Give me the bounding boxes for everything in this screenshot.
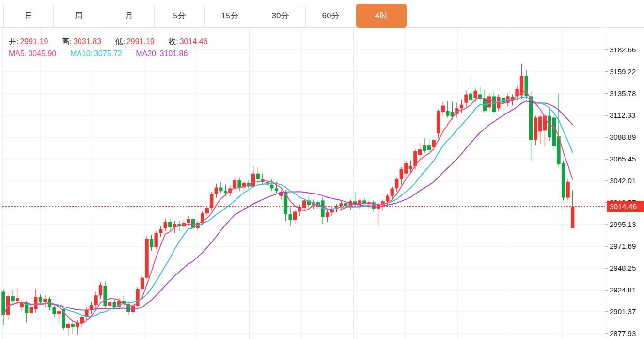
svg-text:2877.93: 2877.93 <box>610 329 636 338</box>
tab-5分[interactable]: 5分 <box>155 4 205 27</box>
tab-15分[interactable]: 15分 <box>205 4 255 27</box>
low-label: 低: <box>115 37 125 46</box>
tab-4时[interactable]: 4时 <box>356 4 407 28</box>
svg-text:2948.25: 2948.25 <box>610 264 636 272</box>
close-label: 收: <box>168 37 178 46</box>
open-label: 开: <box>9 37 18 46</box>
svg-text:3135.78: 3135.78 <box>610 89 636 97</box>
svg-text:3182.66: 3182.66 <box>610 46 636 54</box>
svg-text:3088.89: 3088.89 <box>610 133 636 141</box>
svg-text:2995.13: 2995.13 <box>610 220 636 228</box>
ohlc-readout: 开:2991.19 高:3031.83 低:2991.19 收:3014.46 <box>9 37 220 47</box>
svg-text:3065.45: 3065.45 <box>610 155 636 163</box>
ma5-value: 3045.90 <box>28 49 56 58</box>
svg-text:2901.37: 2901.37 <box>610 307 636 316</box>
period-tabbar: 日周月5分15分30分60分4时 <box>0 0 644 28</box>
ma20-label: MA20: <box>136 49 158 58</box>
tab-日[interactable]: 日 <box>3 4 54 27</box>
period-tabs: 日周月5分15分30分60分4时 <box>3 4 644 28</box>
svg-text:2971.69: 2971.69 <box>610 242 636 250</box>
ma20-value: 3101.86 <box>159 49 188 58</box>
open-value: 2991.19 <box>20 37 48 46</box>
svg-text:2924.81: 2924.81 <box>610 286 636 294</box>
ma-readout: MA5:3045.90 MA10:3075.72 MA20:3101.86 <box>9 49 199 58</box>
tab-月[interactable]: 月 <box>104 4 155 27</box>
tab-周[interactable]: 周 <box>54 4 104 27</box>
high-label: 高: <box>62 37 72 46</box>
svg-text:3042.01: 3042.01 <box>610 177 636 185</box>
candlestick-chart[interactable]: 3182.663159.223135.783112.333088.893065.… <box>0 28 644 339</box>
svg-text:3112.33: 3112.33 <box>610 111 635 119</box>
tab-60分[interactable]: 60分 <box>306 4 356 27</box>
current-price-badge: 3014.46 <box>610 202 637 210</box>
tab-30分[interactable]: 30分 <box>255 4 306 27</box>
close-value: 3014.46 <box>180 37 208 46</box>
svg-text:3159.22: 3159.22 <box>610 67 636 76</box>
low-value: 2991.19 <box>126 37 155 46</box>
ma5-label: MA5: <box>9 49 27 58</box>
high-value: 3031.83 <box>73 37 101 46</box>
ma10-label: MA10: <box>70 49 93 58</box>
ma10-value: 3075.72 <box>94 49 122 58</box>
